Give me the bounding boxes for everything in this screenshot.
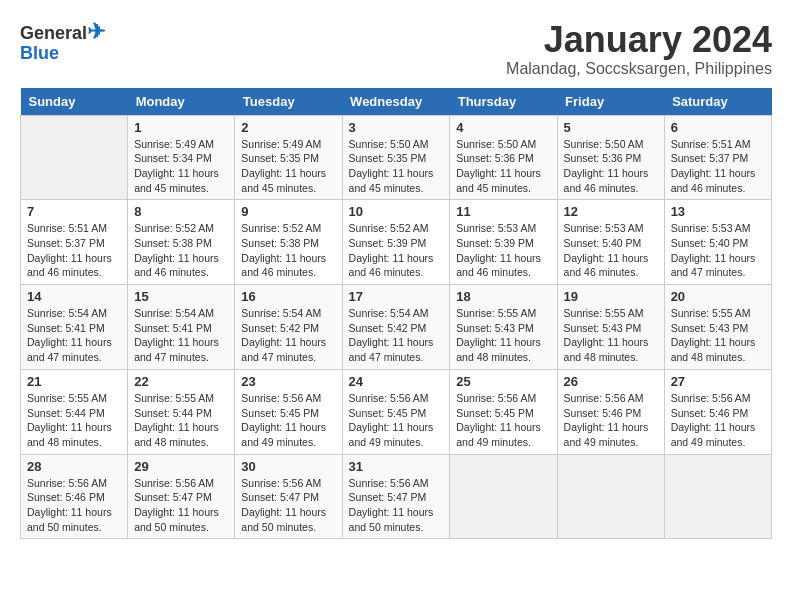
- calendar-cell: 23Sunrise: 5:56 AMSunset: 5:45 PMDayligh…: [235, 369, 342, 454]
- calendar-cell: 24Sunrise: 5:56 AMSunset: 5:45 PMDayligh…: [342, 369, 450, 454]
- day-number: 18: [456, 289, 550, 304]
- header-row: SundayMondayTuesdayWednesdayThursdayFrid…: [21, 88, 772, 116]
- day-detail: Sunrise: 5:54 AMSunset: 5:41 PMDaylight:…: [134, 306, 228, 365]
- day-number: 14: [27, 289, 121, 304]
- day-detail: Sunrise: 5:54 AMSunset: 5:41 PMDaylight:…: [27, 306, 121, 365]
- day-detail: Sunrise: 5:55 AMSunset: 5:44 PMDaylight:…: [27, 391, 121, 450]
- calendar-cell: 16Sunrise: 5:54 AMSunset: 5:42 PMDayligh…: [235, 285, 342, 370]
- calendar-cell: 19Sunrise: 5:55 AMSunset: 5:43 PMDayligh…: [557, 285, 664, 370]
- header-tuesday: Tuesday: [235, 88, 342, 116]
- day-number: 25: [456, 374, 550, 389]
- calendar-cell: 7Sunrise: 5:51 AMSunset: 5:37 PMDaylight…: [21, 200, 128, 285]
- title-section: January 2024 Malandag, Soccsksargen, Phi…: [506, 20, 772, 78]
- calendar-cell: 31Sunrise: 5:56 AMSunset: 5:47 PMDayligh…: [342, 454, 450, 539]
- day-detail: Sunrise: 5:55 AMSunset: 5:43 PMDaylight:…: [456, 306, 550, 365]
- calendar-cell: 14Sunrise: 5:54 AMSunset: 5:41 PMDayligh…: [21, 285, 128, 370]
- day-number: 19: [564, 289, 658, 304]
- week-row-5: 28Sunrise: 5:56 AMSunset: 5:46 PMDayligh…: [21, 454, 772, 539]
- day-number: 26: [564, 374, 658, 389]
- day-number: 3: [349, 120, 444, 135]
- day-number: 17: [349, 289, 444, 304]
- week-row-2: 7Sunrise: 5:51 AMSunset: 5:37 PMDaylight…: [21, 200, 772, 285]
- calendar-cell: [664, 454, 771, 539]
- logo-blue: Blue: [20, 43, 59, 63]
- day-detail: Sunrise: 5:50 AMSunset: 5:36 PMDaylight:…: [456, 137, 550, 196]
- day-detail: Sunrise: 5:50 AMSunset: 5:35 PMDaylight:…: [349, 137, 444, 196]
- day-detail: Sunrise: 5:53 AMSunset: 5:40 PMDaylight:…: [671, 221, 765, 280]
- calendar-cell: [21, 115, 128, 200]
- calendar-cell: 9Sunrise: 5:52 AMSunset: 5:38 PMDaylight…: [235, 200, 342, 285]
- calendar-cell: 27Sunrise: 5:56 AMSunset: 5:46 PMDayligh…: [664, 369, 771, 454]
- day-number: 15: [134, 289, 228, 304]
- header-saturday: Saturday: [664, 88, 771, 116]
- day-detail: Sunrise: 5:52 AMSunset: 5:38 PMDaylight:…: [241, 221, 335, 280]
- week-row-3: 14Sunrise: 5:54 AMSunset: 5:41 PMDayligh…: [21, 285, 772, 370]
- day-detail: Sunrise: 5:54 AMSunset: 5:42 PMDaylight:…: [349, 306, 444, 365]
- day-detail: Sunrise: 5:56 AMSunset: 5:47 PMDaylight:…: [134, 476, 228, 535]
- day-number: 5: [564, 120, 658, 135]
- day-detail: Sunrise: 5:51 AMSunset: 5:37 PMDaylight:…: [27, 221, 121, 280]
- calendar-cell: 28Sunrise: 5:56 AMSunset: 5:46 PMDayligh…: [21, 454, 128, 539]
- day-number: 2: [241, 120, 335, 135]
- day-detail: Sunrise: 5:55 AMSunset: 5:44 PMDaylight:…: [134, 391, 228, 450]
- day-number: 28: [27, 459, 121, 474]
- week-row-4: 21Sunrise: 5:55 AMSunset: 5:44 PMDayligh…: [21, 369, 772, 454]
- header-wednesday: Wednesday: [342, 88, 450, 116]
- day-number: 27: [671, 374, 765, 389]
- day-detail: Sunrise: 5:53 AMSunset: 5:39 PMDaylight:…: [456, 221, 550, 280]
- day-detail: Sunrise: 5:56 AMSunset: 5:46 PMDaylight:…: [564, 391, 658, 450]
- calendar-cell: 2Sunrise: 5:49 AMSunset: 5:35 PMDaylight…: [235, 115, 342, 200]
- day-detail: Sunrise: 5:52 AMSunset: 5:38 PMDaylight:…: [134, 221, 228, 280]
- day-number: 1: [134, 120, 228, 135]
- calendar-cell: 18Sunrise: 5:55 AMSunset: 5:43 PMDayligh…: [450, 285, 557, 370]
- calendar-cell: 11Sunrise: 5:53 AMSunset: 5:39 PMDayligh…: [450, 200, 557, 285]
- day-number: 13: [671, 204, 765, 219]
- header-sunday: Sunday: [21, 88, 128, 116]
- day-detail: Sunrise: 5:56 AMSunset: 5:47 PMDaylight:…: [241, 476, 335, 535]
- day-detail: Sunrise: 5:53 AMSunset: 5:40 PMDaylight:…: [564, 221, 658, 280]
- day-number: 6: [671, 120, 765, 135]
- calendar-cell: 29Sunrise: 5:56 AMSunset: 5:47 PMDayligh…: [128, 454, 235, 539]
- day-number: 21: [27, 374, 121, 389]
- calendar-cell: 17Sunrise: 5:54 AMSunset: 5:42 PMDayligh…: [342, 285, 450, 370]
- day-detail: Sunrise: 5:49 AMSunset: 5:34 PMDaylight:…: [134, 137, 228, 196]
- day-detail: Sunrise: 5:56 AMSunset: 5:46 PMDaylight:…: [27, 476, 121, 535]
- day-detail: Sunrise: 5:54 AMSunset: 5:42 PMDaylight:…: [241, 306, 335, 365]
- header-friday: Friday: [557, 88, 664, 116]
- calendar-cell: 20Sunrise: 5:55 AMSunset: 5:43 PMDayligh…: [664, 285, 771, 370]
- calendar-title: January 2024: [506, 20, 772, 60]
- day-detail: Sunrise: 5:52 AMSunset: 5:39 PMDaylight:…: [349, 221, 444, 280]
- day-number: 22: [134, 374, 228, 389]
- calendar-cell: 25Sunrise: 5:56 AMSunset: 5:45 PMDayligh…: [450, 369, 557, 454]
- day-detail: Sunrise: 5:56 AMSunset: 5:46 PMDaylight:…: [671, 391, 765, 450]
- calendar-cell: 8Sunrise: 5:52 AMSunset: 5:38 PMDaylight…: [128, 200, 235, 285]
- calendar-table: SundayMondayTuesdayWednesdayThursdayFrid…: [20, 88, 772, 540]
- day-detail: Sunrise: 5:55 AMSunset: 5:43 PMDaylight:…: [671, 306, 765, 365]
- day-detail: Sunrise: 5:51 AMSunset: 5:37 PMDaylight:…: [671, 137, 765, 196]
- day-detail: Sunrise: 5:56 AMSunset: 5:47 PMDaylight:…: [349, 476, 444, 535]
- day-number: 10: [349, 204, 444, 219]
- calendar-cell: 15Sunrise: 5:54 AMSunset: 5:41 PMDayligh…: [128, 285, 235, 370]
- calendar-cell: 26Sunrise: 5:56 AMSunset: 5:46 PMDayligh…: [557, 369, 664, 454]
- calendar-cell: 6Sunrise: 5:51 AMSunset: 5:37 PMDaylight…: [664, 115, 771, 200]
- day-number: 12: [564, 204, 658, 219]
- page-header: General✈ Blue January 2024 Malandag, Soc…: [20, 20, 772, 78]
- day-detail: Sunrise: 5:56 AMSunset: 5:45 PMDaylight:…: [456, 391, 550, 450]
- day-detail: Sunrise: 5:49 AMSunset: 5:35 PMDaylight:…: [241, 137, 335, 196]
- logo-general: General: [20, 23, 87, 43]
- calendar-cell: [450, 454, 557, 539]
- day-detail: Sunrise: 5:55 AMSunset: 5:43 PMDaylight:…: [564, 306, 658, 365]
- calendar-cell: 13Sunrise: 5:53 AMSunset: 5:40 PMDayligh…: [664, 200, 771, 285]
- calendar-cell: [557, 454, 664, 539]
- calendar-cell: 12Sunrise: 5:53 AMSunset: 5:40 PMDayligh…: [557, 200, 664, 285]
- day-number: 4: [456, 120, 550, 135]
- week-row-1: 1Sunrise: 5:49 AMSunset: 5:34 PMDaylight…: [21, 115, 772, 200]
- day-number: 24: [349, 374, 444, 389]
- day-number: 11: [456, 204, 550, 219]
- day-number: 20: [671, 289, 765, 304]
- day-number: 7: [27, 204, 121, 219]
- calendar-cell: 1Sunrise: 5:49 AMSunset: 5:34 PMDaylight…: [128, 115, 235, 200]
- day-number: 23: [241, 374, 335, 389]
- day-number: 31: [349, 459, 444, 474]
- calendar-cell: 21Sunrise: 5:55 AMSunset: 5:44 PMDayligh…: [21, 369, 128, 454]
